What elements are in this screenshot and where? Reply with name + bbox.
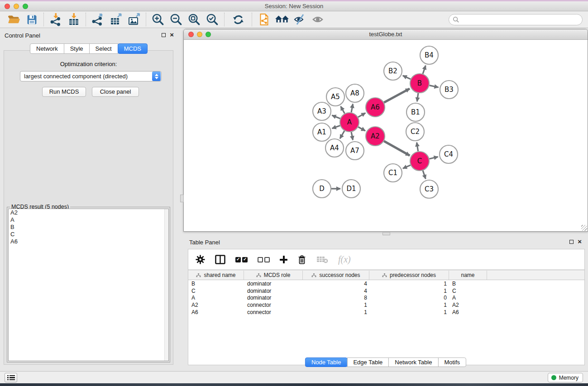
table-settings-button[interactable]: [196, 253, 205, 267]
graph-edge-B-B3[interactable]: [430, 86, 439, 87]
table-row[interactable]: Bdominator41B: [188, 280, 584, 287]
zoom-selected-button[interactable]: [203, 12, 221, 27]
table-row[interactable]: A2connector11A2: [188, 301, 584, 309]
graph-edge-A-A1[interactable]: [332, 125, 340, 128]
table-cell[interactable]: A6: [188, 309, 244, 315]
graph-edge-A-A6[interactable]: [358, 113, 365, 117]
table-cell[interactable]: 8: [303, 295, 369, 301]
select-all-columns-button[interactable]: [235, 253, 248, 267]
zoom-out-button[interactable]: [167, 12, 185, 27]
table-cell[interactable]: 0: [369, 295, 449, 301]
table-cell[interactable]: 1: [369, 281, 449, 287]
graph-edge-A2-C[interactable]: [384, 141, 410, 156]
float-panel-icon[interactable]: [162, 33, 166, 37]
table-row[interactable]: Adominator80A: [188, 295, 584, 302]
table-cell[interactable]: dominator: [244, 295, 303, 301]
graph-edge-A-A8[interactable]: [351, 104, 353, 113]
table-cell[interactable]: 1: [369, 309, 449, 315]
result-item[interactable]: B: [9, 224, 168, 231]
table-cell[interactable]: dominator: [244, 288, 303, 294]
table-cell[interactable]: 4: [303, 281, 369, 287]
table-cell[interactable]: 1: [303, 302, 369, 308]
horizontal-split-handle[interactable]: [382, 232, 390, 235]
run-mcds-button[interactable]: Run MCDS: [42, 87, 86, 97]
close-panel-icon[interactable]: ×: [170, 33, 174, 37]
table-cell[interactable]: B: [449, 281, 487, 287]
graph-edge-B-B1[interactable]: [417, 93, 418, 101]
close-window-button[interactable]: [5, 4, 10, 9]
tab-select[interactable]: Select: [89, 43, 118, 54]
tab-motifs[interactable]: Motifs: [438, 357, 466, 367]
result-item[interactable]: A: [9, 216, 168, 224]
table-cell[interactable]: C: [188, 288, 244, 294]
save-session-button[interactable]: [23, 12, 41, 27]
task-history-button[interactable]: [5, 373, 17, 382]
graph-edge-A-A2[interactable]: [358, 127, 365, 131]
result-item[interactable]: A6: [9, 238, 168, 245]
network-window-titlebar[interactable]: testGlobe.txt: [184, 29, 588, 40]
mcds-result-list[interactable]: A2ABCA6: [8, 209, 169, 361]
memory-button[interactable]: Memory: [548, 373, 583, 382]
graph-edge-C-C2[interactable]: [417, 143, 418, 152]
tab-node-table[interactable]: Node Table: [305, 357, 348, 367]
export-table-button[interactable]: [107, 12, 125, 27]
minimize-window-button[interactable]: [14, 4, 19, 9]
column-header-shared-name[interactable]: shared name: [188, 271, 244, 280]
close-panel-button[interactable]: Close panel: [92, 87, 139, 97]
table-cell[interactable]: connector: [244, 302, 303, 308]
zoom-fit-button[interactable]: [185, 12, 203, 27]
search-input[interactable]: [459, 15, 582, 24]
graph-edge-B-B4[interactable]: [423, 66, 425, 74]
graph-edge-A6-B[interactable]: [384, 89, 410, 103]
zoom-in-button[interactable]: [149, 12, 167, 27]
search-field[interactable]: [449, 14, 583, 25]
close-table-panel-icon[interactable]: ×: [578, 239, 582, 244]
import-table-button[interactable]: [65, 12, 83, 27]
network-minimize-button[interactable]: [197, 32, 202, 37]
window-resize-grip[interactable]: [581, 225, 587, 231]
export-image-button[interactable]: [125, 12, 143, 27]
result-item[interactable]: C: [9, 231, 168, 238]
network-canvas[interactable]: B4B2BB3A8A5A6A3B1AA1C2A2A4A7C4CC1C3DD1: [184, 40, 588, 231]
table-cell[interactable]: A2: [449, 302, 487, 308]
column-header-successor-nodes[interactable]: successor nodes: [303, 271, 369, 280]
table-cell[interactable]: 4: [303, 288, 369, 294]
table-cell[interactable]: 1: [303, 309, 369, 315]
vertical-split-handle[interactable]: [180, 195, 184, 202]
table-cell[interactable]: A: [188, 295, 244, 301]
table-cell[interactable]: connector: [244, 309, 303, 315]
graph-edge-A-A3[interactable]: [332, 115, 340, 119]
tab-network[interactable]: Network: [30, 43, 64, 54]
function-builder-button[interactable]: f(x): [338, 253, 351, 267]
graph-edge-C-C1[interactable]: [403, 165, 411, 168]
column-header-name[interactable]: name: [449, 271, 487, 280]
result-item[interactable]: A2: [9, 209, 168, 216]
show-hide-panels-button[interactable]: [273, 12, 291, 27]
open-session-button[interactable]: [5, 12, 23, 27]
float-table-panel-icon[interactable]: [569, 240, 574, 244]
tab-network-table[interactable]: Network Table: [388, 357, 438, 367]
table-cell[interactable]: C: [449, 288, 487, 294]
table-cell[interactable]: A2: [188, 302, 244, 308]
tab-edge-table[interactable]: Edge Table: [347, 357, 389, 367]
graph-edge-A-A4[interactable]: [340, 131, 344, 138]
hide-details-button[interactable]: [291, 12, 309, 27]
table-cell[interactable]: A: [449, 295, 487, 301]
tab-style[interactable]: Style: [64, 43, 90, 54]
table-cell[interactable]: dominator: [244, 281, 303, 287]
create-column-button[interactable]: [280, 253, 287, 267]
network-maximize-button[interactable]: [206, 32, 211, 37]
table-cell[interactable]: B: [188, 281, 244, 287]
table-cell[interactable]: A6: [449, 309, 487, 315]
table-row[interactable]: Cdominator41C: [188, 287, 584, 295]
refresh-button[interactable]: [227, 12, 249, 27]
column-header-mcds-role[interactable]: MCDS role: [244, 271, 303, 280]
show-columns-button[interactable]: [215, 253, 225, 267]
show-details-button[interactable]: [309, 12, 327, 27]
delete-table-button[interactable]: [316, 253, 328, 267]
table-row[interactable]: A6connector11A6: [188, 309, 584, 316]
graph-edge-C-C3[interactable]: [423, 171, 425, 179]
graph-edge-B-B2[interactable]: [403, 76, 411, 79]
maximize-window-button[interactable]: [23, 4, 28, 9]
import-network-button[interactable]: [47, 12, 65, 27]
